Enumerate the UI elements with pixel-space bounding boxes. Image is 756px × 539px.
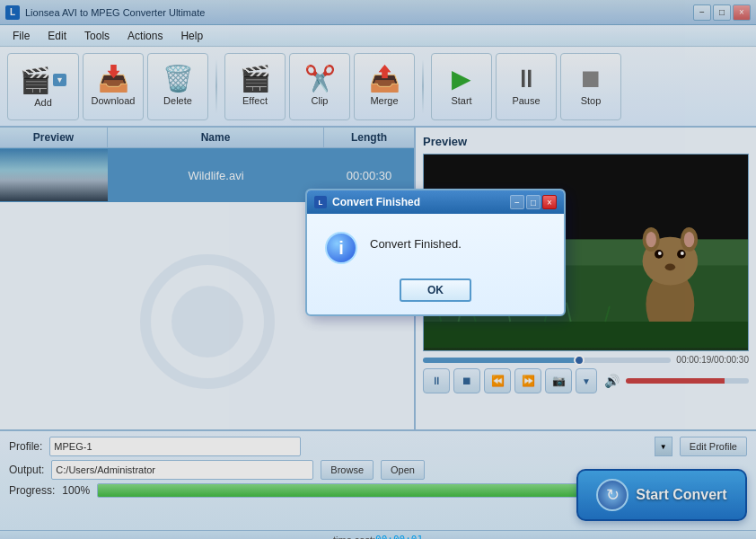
modal-overlay: L Convert Finished − □ × i Convert Finis… — [0, 0, 756, 539]
modal-body: i Convert Finished. — [307, 214, 564, 278]
modal-title: Convert Finished — [332, 196, 420, 208]
modal-info-icon: i — [325, 232, 357, 264]
modal-footer: OK — [307, 278, 564, 314]
modal-message: Convert Finished. — [370, 232, 462, 251]
ok-button[interactable]: OK — [400, 278, 471, 302]
convert-finished-dialog: L Convert Finished − □ × i Convert Finis… — [305, 189, 566, 316]
modal-maximize-btn[interactable]: □ — [526, 195, 541, 209]
modal-app-icon: L — [314, 196, 327, 208]
modal-close-button[interactable]: × — [542, 195, 557, 209]
modal-minimize-btn[interactable]: − — [510, 195, 524, 209]
modal-win-controls: − □ × — [510, 195, 557, 209]
modal-titlebar: L Convert Finished − □ × — [307, 190, 564, 214]
